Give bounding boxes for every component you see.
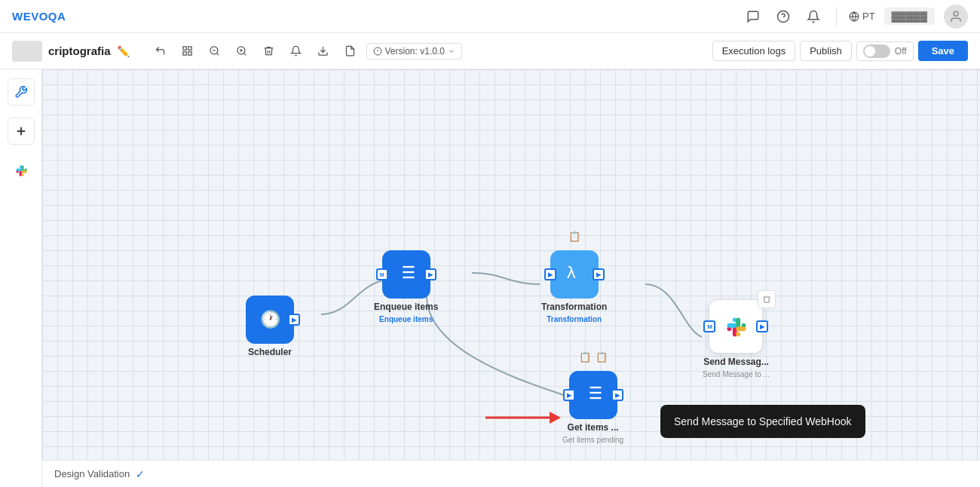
workflow-name-area: criptografia ✏️ (12, 41, 130, 62)
help-icon[interactable] (773, 6, 794, 27)
svg-line-13 (243, 53, 246, 55)
user-button[interactable]: ▓▓▓▓▓ (884, 8, 935, 25)
enqueue-port-left[interactable]: M (376, 268, 388, 280)
sendmessage-title: Send Messag... (703, 357, 769, 367)
clock-icon: 🕐 (260, 310, 280, 329)
scheduler-title: Scheduler (248, 347, 292, 357)
file-icon[interactable] (339, 40, 362, 63)
transformation-node[interactable]: 📋 ▶ λ ▶ Transformation Transformation (541, 250, 607, 323)
left-sidebar (0, 69, 42, 487)
publish-button[interactable]: Publish (800, 41, 852, 61)
svg-rect-6 (188, 47, 191, 50)
check-icon: ✓ (136, 468, 145, 480)
sendmessage-node[interactable]: M ▶ Send Messag... S (703, 299, 770, 378)
workflow-name: criptografia (48, 44, 111, 57)
getitems-port-left[interactable]: ▶ (563, 389, 575, 401)
main-area: 🕐 ▶ Scheduler M ▶ Enqueue items Enqueue … (0, 69, 980, 487)
sendmessage-delete-btn[interactable] (758, 290, 776, 308)
getitems-node[interactable]: 📋 📋 ▶ ▶ Get items ... Get items pending (562, 371, 623, 444)
enqueue-title: Enqueue items (374, 302, 438, 312)
sendmessage-subtitle: Send Message to ... (703, 370, 770, 378)
sidebar-tools-icon[interactable] (8, 78, 35, 106)
sendmessage-node-box[interactable]: M ▶ (709, 299, 763, 354)
bell-icon[interactable] (803, 6, 824, 27)
svg-rect-8 (188, 52, 191, 55)
lambda-icon: λ (564, 262, 585, 287)
sidebar-slack-icon[interactable] (8, 157, 35, 184)
save-button[interactable]: Save (918, 41, 968, 61)
enqueue-queue-icon (396, 262, 417, 287)
scheduler-node-box[interactable]: 🕐 ▶ (246, 296, 294, 344)
zoom-in-icon[interactable] (231, 40, 253, 63)
download-icon[interactable] (312, 40, 335, 63)
svg-line-10 (216, 53, 219, 55)
sendmessage-port-right[interactable]: ▶ (756, 320, 768, 332)
workflow-toolbar: criptografia ✏️ Version: v1.0.0 Executio… (0, 33, 980, 69)
svg-marker-36 (550, 412, 561, 424)
enqueue-node[interactable]: M ▶ Enqueue items Enqueue items (374, 250, 438, 323)
svg-text:λ: λ (566, 264, 576, 282)
on-off-toggle[interactable] (863, 44, 890, 58)
top-navigation: WEVOQA PT ▓▓▓▓▓ (0, 0, 980, 33)
transformation-copy-icons: 📋 (568, 231, 580, 242)
getitems-title: Get items ... (568, 422, 619, 433)
scheduler-node[interactable]: 🕐 ▶ Scheduler (246, 296, 294, 357)
workflow-canvas[interactable]: 🕐 ▶ Scheduler M ▶ Enqueue items Enqueue … (42, 69, 980, 487)
transformation-title: Transformation (541, 302, 607, 312)
version-label: Version: v1.0.0 (385, 46, 445, 57)
language-selector[interactable]: PT (849, 11, 875, 22)
red-arrow (485, 409, 561, 427)
execution-logs-button[interactable]: Execution logs (712, 41, 796, 61)
svg-rect-7 (183, 52, 186, 55)
node-tooltip: Send Message to Specified WebHook (660, 405, 865, 438)
undo-icon[interactable] (149, 40, 172, 63)
enqueue-node-box[interactable]: M ▶ (382, 250, 430, 299)
getitems-copy-icons: 📋 📋 (579, 351, 608, 363)
toggle-thumb (865, 46, 875, 57)
transformation-port-right[interactable]: ▶ (593, 268, 605, 280)
copy-icon[interactable]: 📋 (568, 231, 580, 242)
workflow-logo (12, 41, 42, 62)
bell-toolbar-icon[interactable] (285, 40, 308, 63)
getitems-port-right[interactable]: ▶ (611, 389, 623, 401)
chat-icon[interactable] (743, 6, 764, 27)
nav-divider (836, 8, 837, 26)
transformation-port-left[interactable]: ▶ (544, 268, 556, 280)
language-label: PT (862, 11, 875, 22)
toggle-container: Off (856, 41, 914, 61)
brand-logo: WEVOQA (12, 10, 66, 23)
scheduler-port-right[interactable]: ▶ (288, 314, 300, 326)
copy-icon-1[interactable]: 📋 (579, 351, 591, 363)
design-validation-area: Design Validation ✓ (54, 468, 145, 480)
copy-icon-2[interactable]: 📋 (596, 351, 608, 363)
delete-icon[interactable] (258, 40, 280, 63)
enqueue-port-right[interactable]: ▶ (424, 268, 436, 280)
getitems-queue-icon (583, 382, 604, 408)
transformation-subtitle: Transformation (547, 315, 602, 323)
sidebar-add-icon[interactable] (8, 118, 35, 145)
grid-icon[interactable] (176, 40, 199, 63)
zoom-out-icon[interactable] (204, 40, 226, 63)
svg-rect-5 (183, 47, 186, 50)
tooltip-text: Send Message to Specified WebHook (674, 415, 852, 427)
bottom-bar: Design Validation ✓ (42, 460, 980, 487)
design-validation-label: Design Validation (54, 468, 130, 479)
getitems-node-box[interactable]: ▶ ▶ (569, 371, 617, 419)
version-selector[interactable]: Version: v1.0.0 (366, 43, 462, 60)
enqueue-subtitle: Enqueue items (379, 315, 433, 323)
getitems-subtitle: Get items pending (562, 436, 623, 444)
user-avatar[interactable] (944, 5, 968, 29)
transformation-node-box[interactable]: ▶ λ ▶ (550, 250, 599, 299)
toggle-label: Off (895, 46, 907, 57)
sendmessage-port-left[interactable]: M (703, 320, 715, 332)
edit-name-icon[interactable]: ✏️ (117, 45, 130, 57)
sendmessage-slack-icon (720, 311, 752, 342)
svg-point-4 (954, 11, 958, 16)
